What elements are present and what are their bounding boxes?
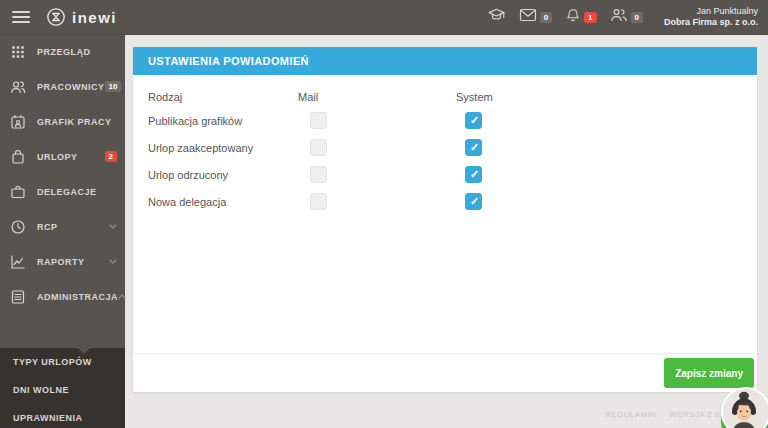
logo-text: inewi xyxy=(72,9,117,26)
sidebar-item-label: RCP xyxy=(37,222,109,232)
team-button[interactable]: 0 xyxy=(610,7,643,27)
academy-button[interactable] xyxy=(487,6,506,28)
messages-badge: 0 xyxy=(540,12,552,23)
sidebar-item-urlopy[interactable]: URLOPY 2 xyxy=(0,139,125,174)
sidebar-item-raporty[interactable]: RAPORTY xyxy=(0,244,125,279)
mail-checkbox[interactable] xyxy=(310,139,327,156)
column-header-mail: Mail xyxy=(298,91,456,103)
row-label: Nowa delegacja xyxy=(148,196,298,208)
mail-icon xyxy=(519,7,537,27)
employees-count-badge: 10 xyxy=(105,81,122,92)
sidebar-item-rcp[interactable]: RCP xyxy=(0,209,125,244)
topbar: inewi 0 xyxy=(0,0,768,35)
chevron-down-icon xyxy=(109,224,117,229)
mail-checkbox[interactable] xyxy=(310,166,327,183)
notification-settings-panel: USTAWIENIA POWIADOMIEŃ Rodzaj Mail Syste… xyxy=(133,47,757,392)
work-schedule-icon xyxy=(10,114,26,130)
row-label: Urlop zaakceptowany xyxy=(148,142,298,154)
notifications-button[interactable]: 1 xyxy=(565,7,596,28)
submenu-item-typy-urlopow[interactable]: TYPY URLOPÓW xyxy=(0,348,125,376)
system-checkbox[interactable] xyxy=(465,139,482,156)
briefcase-icon xyxy=(10,184,26,200)
save-button[interactable]: Zapisz zmiany xyxy=(664,358,754,388)
user-name: Jan Punktualny xyxy=(664,6,758,17)
people-icon xyxy=(10,79,26,95)
sidebar-item-label: ADMINISTRACJA xyxy=(37,292,118,302)
clipboard-icon xyxy=(10,289,26,305)
notifications-table: Rodzaj Mail System Publikacja grafików U… xyxy=(133,87,757,215)
sidebar-item-pracownicy[interactable]: PRACOWNICY 10 xyxy=(0,69,125,104)
system-checkbox[interactable] xyxy=(465,112,482,129)
clock-icon xyxy=(10,219,26,235)
support-chat-widget[interactable] xyxy=(721,387,768,428)
notifications-badge: 1 xyxy=(584,12,596,23)
logo[interactable]: inewi xyxy=(46,7,117,27)
table-row: Nowa delegacja xyxy=(148,188,742,215)
vacations-count-badge: 2 xyxy=(105,151,117,162)
administration-submenu: TYPY URLOPÓW DNI WOLNE UPRAWNIENIA POWIA… xyxy=(0,348,125,428)
chart-icon xyxy=(10,254,26,270)
table-row: Urlop zaakceptowany xyxy=(148,134,742,161)
system-checkbox[interactable] xyxy=(465,193,482,210)
row-label: Urlop odrzucony xyxy=(148,169,298,181)
sidebar-item-grafik-pracy[interactable]: GRAFIK PRACY xyxy=(0,104,125,139)
grid-icon xyxy=(10,44,26,60)
sidebar-item-administracja[interactable]: ADMINISTRACJA xyxy=(0,279,125,314)
bell-icon xyxy=(565,7,581,28)
menu-icon[interactable] xyxy=(12,8,30,26)
sidebar-item-przeglad[interactable]: PRZEGLĄD xyxy=(0,34,125,69)
system-checkbox[interactable] xyxy=(465,166,482,183)
mail-checkbox[interactable] xyxy=(310,112,327,129)
messages-button[interactable]: 0 xyxy=(519,7,552,27)
submenu-item-uprawnienia[interactable]: UPRAWNIENIA xyxy=(0,404,125,428)
group-icon xyxy=(610,7,628,27)
panel-footer: Zapisz zmiany xyxy=(133,353,757,392)
team-badge: 0 xyxy=(631,12,643,23)
column-header-system: System xyxy=(456,91,742,103)
topbar-actions: 0 1 0 Jan Punktualny Dobra xyxy=(487,6,768,28)
user-menu[interactable]: Jan Punktualny Dobra Firma sp. z o.o. xyxy=(664,6,758,28)
table-row: Urlop odrzucony xyxy=(148,161,742,188)
company-name: Dobra Firma sp. z o.o. xyxy=(664,17,758,28)
sidebar-item-label: RAPORTY xyxy=(37,257,109,267)
chevron-up-icon xyxy=(118,294,126,299)
graduation-cap-icon xyxy=(487,6,506,28)
terms-link[interactable]: REGULAMIN xyxy=(605,410,656,419)
mail-checkbox[interactable] xyxy=(310,193,327,210)
sidebar-item-label: GRAFIK PRACY xyxy=(37,117,117,127)
logo-icon xyxy=(46,7,66,27)
row-label: Publikacja grafików xyxy=(148,115,298,127)
sidebar-item-delegacje[interactable]: DELEGACJE xyxy=(0,174,125,209)
sidebar-item-label: URLOPY xyxy=(37,152,105,162)
table-row: Publikacja grafików xyxy=(148,107,742,134)
sidebar: PRZEGLĄD PRACOWNICY 10 GRAFIK PRACY xyxy=(0,34,125,428)
vacation-bag-icon xyxy=(10,149,26,165)
page-title: USTAWIENIA POWIADOMIEŃ xyxy=(133,47,757,75)
support-agent-avatar xyxy=(723,389,765,428)
table-header: Rodzaj Mail System xyxy=(148,87,742,107)
version-label: WERSJA 2.0.8 xyxy=(669,410,727,419)
chevron-down-icon xyxy=(109,259,117,264)
sidebar-item-label: DELEGACJE xyxy=(37,187,117,197)
sidebar-item-label: PRZEGLĄD xyxy=(37,47,117,57)
submenu-item-dni-wolne[interactable]: DNI WOLNE xyxy=(0,376,125,404)
column-header-rodzaj: Rodzaj xyxy=(148,91,298,103)
sidebar-item-label: PRACOWNICY xyxy=(37,82,105,92)
page-footer: REGULAMIN WERSJA 2.0.8 xyxy=(605,410,727,419)
